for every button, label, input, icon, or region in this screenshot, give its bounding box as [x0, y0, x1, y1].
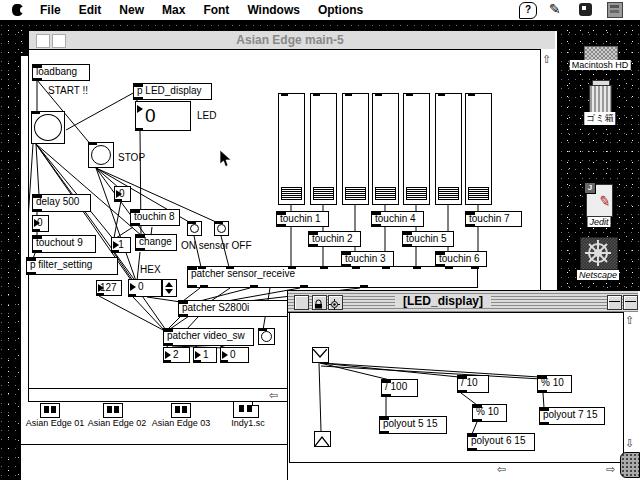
touchin3-object[interactable]: touchin 3 [341, 251, 394, 267]
out1-number-box[interactable]: 1 [193, 347, 217, 363]
file-label[interactable]: Asian Edge 03 [152, 418, 211, 428]
led-number-box[interactable]: 0 [135, 101, 191, 131]
file-label[interactable]: Asian Edge 02 [88, 418, 147, 428]
files-window-divider [20, 444, 287, 445]
filter-setting-object[interactable]: p filter_setting [26, 257, 118, 275]
zoom-box[interactable] [607, 295, 622, 310]
balloon-help-icon[interactable]: ? [519, 2, 537, 19]
scroll-left-arrow[interactable]: ⇦ [269, 389, 278, 401]
scroll-left-arrow[interactable]: ⇦ [497, 463, 506, 475]
delay-number-box[interactable]: 0 [32, 215, 49, 232]
file-label[interactable]: Indy1.sc [231, 418, 265, 428]
start-bang-button[interactable] [31, 111, 65, 144]
div100-object[interactable]: / 100 [381, 379, 418, 397]
scroll-down-arrow[interactable]: ⇩ [625, 437, 634, 449]
sensor-off-button[interactable] [214, 221, 229, 236]
scroll-up-arrow[interactable]: ⇧ [625, 314, 634, 326]
menu-options[interactable]: Options [309, 3, 372, 17]
menu-file[interactable]: File [31, 3, 70, 17]
jedit-icon[interactable]: J ✎ [586, 184, 613, 217]
scroll-right-arrow[interactable]: ⇨ [606, 463, 615, 475]
touchin7-object[interactable]: touchin 7 [465, 211, 522, 227]
mod10-object[interactable]: % 10 [537, 375, 572, 393]
menu-edit[interactable]: Edit [70, 3, 111, 17]
active-app-icon[interactable] [607, 2, 623, 18]
script-file-icon[interactable] [233, 400, 259, 418]
polyout7-object[interactable]: polyout 7 15 [539, 407, 605, 425]
slider-6[interactable] [435, 93, 462, 205]
apple-menu-icon[interactable] [12, 4, 23, 16]
polyout5-object[interactable]: polyout 5 15 [379, 416, 447, 434]
slider-5[interactable] [403, 93, 430, 205]
out2-number-box[interactable]: 2 [163, 347, 190, 363]
pencil-menu-icon[interactable]: ✎ [549, 1, 561, 17]
menu-new[interactable]: New [110, 3, 153, 17]
delay-object[interactable]: delay 500 [32, 194, 91, 212]
zoom-box[interactable] [52, 34, 66, 48]
touchout-object[interactable]: touchout 9 [32, 235, 96, 253]
trash-label[interactable]: ゴミ箱 [584, 112, 615, 125]
change-object[interactable]: change [135, 234, 177, 251]
slider-2[interactable] [310, 93, 337, 205]
neg1-number-box[interactable]: -1 [111, 237, 131, 253]
slider-3[interactable] [342, 93, 369, 205]
mod10-object[interactable]: % 10 [472, 404, 507, 422]
macintosh-hd-icon[interactable] [584, 46, 618, 61]
windowshade-box[interactable] [623, 295, 638, 310]
netscape-icon[interactable] [580, 237, 618, 270]
inlet-object[interactable] [312, 347, 329, 363]
target-icon[interactable] [328, 295, 343, 310]
sensor-receive-patcher[interactable]: patcher sensor_receive [187, 266, 478, 288]
led-window-title: [LED_display] [395, 294, 491, 308]
movie-file-icon[interactable] [40, 403, 60, 418]
touchin6-object[interactable]: touchin 6 [435, 251, 487, 267]
led-hscrollbar[interactable] [289, 462, 623, 478]
out0-number-box[interactable]: 0 [220, 347, 249, 363]
div10-object[interactable]: / 10 [457, 375, 489, 393]
macintosh-hd-label[interactable]: Macintosh HD [570, 60, 631, 70]
touchin4-object[interactable]: touchin 4 [371, 211, 424, 227]
sensor-on-button[interactable] [187, 221, 202, 236]
sensor-comment: ON sensor OFF [181, 240, 252, 251]
video-bang-button[interactable] [258, 328, 275, 345]
video-sw-patcher[interactable]: patcher video_sw [163, 328, 254, 346]
hex-number-box[interactable]: 0 [128, 279, 162, 297]
trash-icon[interactable] [589, 85, 612, 113]
outlet-object[interactable] [314, 431, 331, 447]
s2800i-patcher[interactable]: patcher S2800i [178, 300, 288, 317]
scroll-up-arrow[interactable]: ⇧ [542, 53, 551, 65]
menu-font[interactable]: Font [194, 3, 238, 17]
menu-max[interactable]: Max [153, 3, 194, 17]
movie-file-icon[interactable] [103, 403, 123, 418]
menu-windows[interactable]: Windows [238, 3, 309, 17]
stop-bang-button[interactable] [88, 142, 114, 168]
menu-bar: File Edit New Max Font Windows Options [0, 0, 640, 21]
touchin2-object[interactable]: touchin 2 [308, 231, 361, 247]
value127-number-box[interactable]: 127 [96, 280, 122, 296]
main-window-title: Asian Edge main-5 [160, 33, 420, 47]
stop-comment: STOP [118, 152, 145, 163]
close-box[interactable] [294, 295, 309, 310]
netscape-label[interactable]: Netscape [577, 270, 619, 280]
touchin8-object[interactable]: touchin 8 [130, 209, 180, 226]
inlet-icon [313, 349, 327, 362]
grow-box[interactable] [620, 452, 640, 478]
touchin1-object[interactable]: touchin 1 [276, 211, 329, 227]
p-led-display-object[interactable]: p LED_display [133, 83, 212, 100]
outlet-icon [315, 433, 329, 446]
loadbang-object[interactable]: loadbang [32, 64, 90, 81]
slider-7[interactable] [465, 93, 492, 205]
movie-file-icon[interactable] [171, 403, 191, 418]
polyout6-object[interactable]: polyout 6 15 [467, 433, 535, 451]
slider-1[interactable] [278, 93, 305, 205]
app-switcher-icon[interactable] [579, 3, 592, 16]
close-box[interactable] [36, 34, 50, 48]
file-label[interactable]: Asian Edge 01 [26, 418, 85, 428]
mini-number-box[interactable]: 0 [114, 186, 131, 202]
desktop: File Edit New Max Font Windows Options ?… [0, 0, 640, 480]
lock-icon[interactable] [312, 295, 327, 310]
touchin5-object[interactable]: touchin 5 [402, 231, 454, 247]
jedit-label[interactable]: Jedit [587, 217, 610, 227]
slider-4[interactable] [372, 93, 399, 205]
incdec-object[interactable] [162, 279, 177, 297]
